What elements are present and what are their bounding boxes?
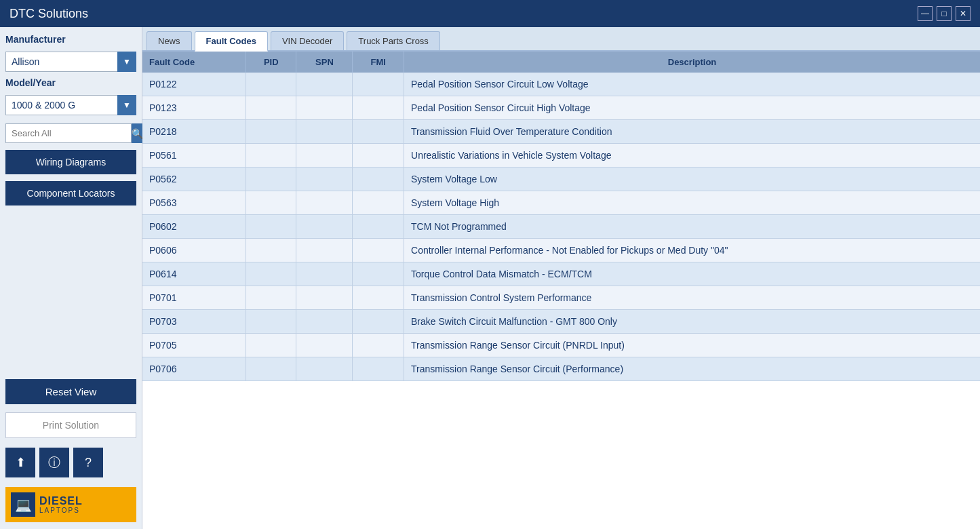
tab-truck-parts-cross[interactable]: Truck Parts Cross xyxy=(347,31,440,50)
logo-text: DIESEL xyxy=(39,495,83,507)
reset-view-button[interactable]: Reset View xyxy=(5,379,136,404)
manufacturer-select[interactable]: Allison Cummins Detroit Ford GM xyxy=(5,52,136,72)
minimize-button[interactable]: — xyxy=(918,6,933,21)
table-row[interactable]: P0122 Pedal Position Sensor Circuit Low … xyxy=(142,73,980,96)
cell-fmi xyxy=(353,239,404,262)
cell-fmi xyxy=(353,120,404,144)
cell-fault-code: P0218 xyxy=(142,120,246,144)
cell-fault-code: P0122 xyxy=(142,73,246,96)
help-icon: ? xyxy=(85,456,92,470)
tab-news[interactable]: News xyxy=(146,31,192,50)
main-layout: Manufacturer Allison Cummins Detroit For… xyxy=(0,27,980,529)
table-row[interactable]: P0123 Pedal Position Sensor Circuit High… xyxy=(142,96,980,120)
cell-pid xyxy=(246,334,296,357)
cell-description: Pedal Position Sensor Circuit High Volta… xyxy=(404,96,980,120)
help-button[interactable]: ? xyxy=(73,448,103,477)
col-header-fault-code: Fault Code xyxy=(142,52,246,73)
cell-spn xyxy=(296,286,353,310)
cell-pid xyxy=(246,239,296,262)
cell-fault-code: P0705 xyxy=(142,334,246,357)
col-header-pid: PID xyxy=(246,52,296,73)
info-button[interactable]: ⓘ xyxy=(39,448,69,477)
cell-pid xyxy=(246,357,296,381)
table-container: Fault Code PID SPN FMI Description P0122… xyxy=(142,52,980,529)
logo-area: 💻 DIESEL LAPTOPS xyxy=(5,487,136,522)
search-button[interactable]: 🔍 xyxy=(132,123,143,143)
model-select-wrapper: 1000 & 2000 G 1000 & 2000 Series 2400 Se… xyxy=(5,95,136,115)
info-icon: ⓘ xyxy=(48,454,60,471)
col-header-spn: SPN xyxy=(296,52,353,73)
manufacturer-select-wrapper: Allison Cummins Detroit Ford GM ▼ xyxy=(5,52,136,72)
cell-fmi xyxy=(353,73,404,96)
cell-spn xyxy=(296,191,353,215)
cell-fault-code: P0701 xyxy=(142,286,246,310)
cell-pid xyxy=(246,191,296,215)
cell-pid xyxy=(246,215,296,239)
cell-description: System Voltage Low xyxy=(404,168,980,191)
cell-spn xyxy=(296,144,353,168)
cell-spn xyxy=(296,168,353,191)
fault-codes-table: Fault Code PID SPN FMI Description P0122… xyxy=(142,52,980,381)
cell-pid xyxy=(246,168,296,191)
tab-vin-decoder[interactable]: VIN Decoder xyxy=(271,31,344,50)
cell-fmi xyxy=(353,96,404,120)
cell-fault-code: P0602 xyxy=(142,215,246,239)
table-row[interactable]: P0563 System Voltage High xyxy=(142,191,980,215)
table-row[interactable]: P0701 Transmission Control System Perfor… xyxy=(142,286,980,310)
table-header-row: Fault Code PID SPN FMI Description xyxy=(142,52,980,73)
table-row[interactable]: P0218 Transmission Fluid Over Temperatur… xyxy=(142,120,980,144)
tabs-bar: News Fault Codes VIN Decoder Truck Parts… xyxy=(142,27,980,52)
cell-pid xyxy=(246,96,296,120)
app-title: DTC Solutions xyxy=(9,7,88,21)
cell-fault-code: P0123 xyxy=(142,96,246,120)
cell-description: TCM Not Programmed xyxy=(404,215,980,239)
cell-fmi xyxy=(353,191,404,215)
cell-spn xyxy=(296,310,353,334)
cell-fault-code: P0563 xyxy=(142,191,246,215)
col-header-fmi: FMI xyxy=(353,52,404,73)
logo-icon: 💻 xyxy=(11,492,35,517)
wiring-diagrams-button[interactable]: Wiring Diagrams xyxy=(5,150,136,174)
manufacturer-label: Manufacturer xyxy=(5,34,136,45)
cell-pid xyxy=(246,73,296,96)
table-row[interactable]: P0705 Transmission Range Sensor Circuit … xyxy=(142,334,980,357)
maximize-button[interactable]: □ xyxy=(937,6,952,21)
tab-fault-codes[interactable]: Fault Codes xyxy=(195,31,268,52)
cell-fmi xyxy=(353,286,404,310)
model-select[interactable]: 1000 & 2000 G 1000 & 2000 Series 2400 Se… xyxy=(5,95,136,115)
titlebar-controls: — □ ✕ xyxy=(918,6,971,21)
cell-spn xyxy=(296,96,353,120)
cell-spn xyxy=(296,215,353,239)
cell-fault-code: P0703 xyxy=(142,310,246,334)
upload-button[interactable]: ⬆ xyxy=(5,448,35,477)
table-row[interactable]: P0561 Unrealistic Variations in Vehicle … xyxy=(142,144,980,168)
cell-spn xyxy=(296,357,353,381)
cell-fmi xyxy=(353,357,404,381)
cell-spn xyxy=(296,262,353,286)
cell-description: Brake Switch Circuit Malfunction - GMT 8… xyxy=(404,310,980,334)
table-row[interactable]: P0602 TCM Not Programmed xyxy=(142,215,980,239)
close-button[interactable]: ✕ xyxy=(956,6,971,21)
table-row[interactable]: P0606 Controller Internal Performance - … xyxy=(142,239,980,262)
component-locators-button[interactable]: Component Locators xyxy=(5,181,136,205)
table-row[interactable]: P0703 Brake Switch Circuit Malfunction -… xyxy=(142,310,980,334)
cell-description: Unrealistic Variations in Vehicle System… xyxy=(404,144,980,168)
titlebar: DTC Solutions — □ ✕ xyxy=(0,0,980,27)
sidebar-spacer xyxy=(5,211,136,371)
logo-text-block: DIESEL LAPTOPS xyxy=(39,495,83,515)
cell-fault-code: P0562 xyxy=(142,168,246,191)
cell-fmi xyxy=(353,310,404,334)
sidebar: Manufacturer Allison Cummins Detroit For… xyxy=(0,27,142,529)
table-row[interactable]: P0562 System Voltage Low xyxy=(142,168,980,191)
cell-description: Transmission Range Sensor Circuit (Perfo… xyxy=(404,357,980,381)
table-row[interactable]: P0614 Torque Control Data Mismatch - ECM… xyxy=(142,262,980,286)
cell-description: Transmission Fluid Over Temperature Cond… xyxy=(404,120,980,144)
table-row[interactable]: P0706 Transmission Range Sensor Circuit … xyxy=(142,357,980,381)
search-input[interactable] xyxy=(5,123,132,143)
cell-pid xyxy=(246,262,296,286)
cell-description: Transmission Range Sensor Circuit (PNRDL… xyxy=(404,334,980,357)
cell-fmi xyxy=(353,262,404,286)
cell-spn xyxy=(296,239,353,262)
bottom-icons: ⬆ ⓘ ? xyxy=(5,448,136,477)
print-solution-button[interactable]: Print Solution xyxy=(5,412,136,438)
